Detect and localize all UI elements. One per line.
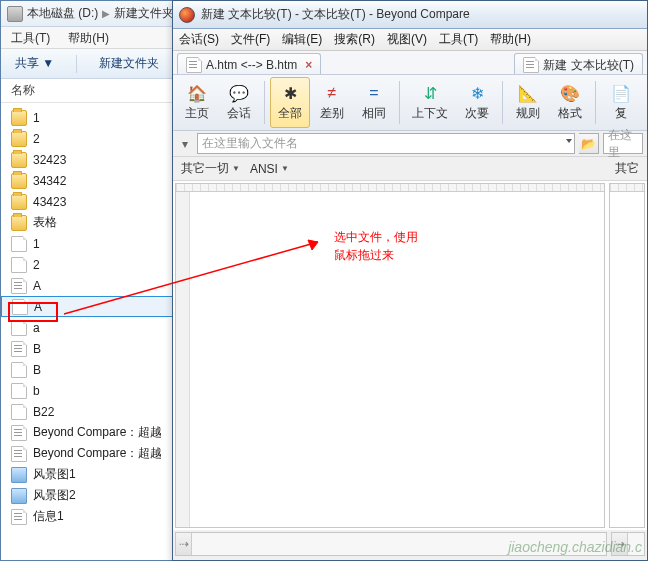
- right-path-input[interactable]: 在这里: [603, 133, 643, 154]
- toolbar-separator: [399, 81, 400, 124]
- document-icon: [186, 57, 202, 73]
- bc-tab-bar: A.htm <--> B.htm × 新建 文本比较(T): [173, 51, 647, 75]
- menu-tools[interactable]: 工具(T): [11, 30, 50, 45]
- ruler: [610, 184, 644, 192]
- collapse-icon[interactable]: ▾: [177, 136, 193, 152]
- menu-edit[interactable]: 编辑(E): [282, 31, 322, 48]
- menu-file[interactable]: 文件(F): [231, 31, 270, 48]
- ruler: [176, 184, 604, 192]
- nav-next-icon[interactable]: ⇢: [176, 533, 192, 555]
- file-name: a: [33, 321, 40, 335]
- misc-filter-left[interactable]: 其它一切▼: [181, 160, 240, 177]
- disk-icon: [7, 6, 23, 22]
- bc-toolbar: 🏠主页 💬会话 ✱全部 ≠差别 =相同 ⇵上下文 ❄次要 📐规则 🎨格式 📄复: [173, 75, 647, 131]
- home-button[interactable]: 🏠主页: [177, 77, 217, 128]
- minor-button[interactable]: ❄次要: [457, 77, 497, 128]
- file-name: b: [33, 384, 40, 398]
- file-name: 32423: [33, 153, 66, 167]
- folder-icon: [11, 152, 27, 168]
- file-icon: [11, 425, 27, 441]
- dropdown-icon[interactable]: [566, 139, 572, 143]
- status-right: ⇢: [611, 532, 645, 556]
- menu-tools[interactable]: 工具(T): [439, 31, 478, 48]
- bc-title-bar[interactable]: 新建 文本比较(T) - 文本比较(T) - Beyond Compare: [173, 1, 647, 29]
- folder-icon: [11, 215, 27, 231]
- folder-icon: [11, 110, 27, 126]
- menu-session[interactable]: 会话(S): [179, 31, 219, 48]
- context-button[interactable]: ⇵上下文: [405, 77, 455, 128]
- document-icon: [523, 57, 539, 73]
- format-icon: 🎨: [558, 83, 582, 103]
- folder-icon: [11, 173, 27, 189]
- file-name: B: [33, 342, 41, 356]
- annotation-text: 选中文件，使用 鼠标拖过来: [334, 228, 418, 264]
- browse-left-button[interactable]: 📂: [579, 133, 599, 154]
- line-gutter: [176, 192, 190, 527]
- file-icon: [11, 446, 27, 462]
- new-folder-button[interactable]: 新建文件夹: [99, 55, 159, 72]
- file-icon: [11, 509, 27, 525]
- toolbar-separator: [595, 81, 596, 124]
- tab-label: A.htm <--> B.htm: [206, 58, 297, 72]
- tab-compare-1[interactable]: A.htm <--> B.htm ×: [177, 53, 321, 74]
- same-button[interactable]: =相同: [354, 77, 394, 128]
- right-pane[interactable]: [609, 183, 645, 528]
- asterisk-icon: ✱: [278, 83, 302, 103]
- all-button[interactable]: ✱全部: [270, 77, 310, 128]
- menu-help[interactable]: 帮助(H): [68, 30, 109, 45]
- tab-compare-2[interactable]: 新建 文本比较(T): [514, 53, 643, 74]
- toolbar-separator: [502, 81, 503, 124]
- file-icon: [11, 341, 27, 357]
- menu-help[interactable]: 帮助(H): [490, 31, 531, 48]
- status-left: ⇢: [175, 532, 607, 556]
- file-name: 34342: [33, 174, 66, 188]
- nav-next-icon[interactable]: ⇢: [612, 533, 628, 555]
- file-icon: [11, 278, 27, 294]
- image-icon: [11, 488, 27, 504]
- menu-view[interactable]: 视图(V): [387, 31, 427, 48]
- beyond-compare-window: 新建 文本比较(T) - 文本比较(T) - Beyond Compare 会话…: [172, 0, 648, 561]
- copy-icon: 📄: [609, 83, 633, 103]
- file-name: B: [33, 363, 41, 377]
- diff-button[interactable]: ≠差别: [312, 77, 352, 128]
- left-path-input[interactable]: 在这里输入文件名: [197, 133, 575, 154]
- bc-path-bar: ▾ 在这里输入文件名 📂 在这里: [173, 131, 647, 157]
- bc-filter-bar: 其它一切▼ ANSI▼ 其它: [173, 157, 647, 181]
- encoding-filter[interactable]: ANSI▼: [250, 162, 289, 176]
- file-name: 43423: [33, 195, 66, 209]
- toolbar-separator: [264, 81, 265, 124]
- rules-button[interactable]: 📐规则: [508, 77, 548, 128]
- context-icon: ⇵: [418, 83, 442, 103]
- menu-search[interactable]: 搜索(R): [334, 31, 375, 48]
- file-name: Beyond Compare：超越: [33, 424, 162, 441]
- file-name: 风景图2: [33, 487, 76, 504]
- rules-icon: 📐: [516, 83, 540, 103]
- session-button[interactable]: 💬会话: [219, 77, 259, 128]
- copy-button[interactable]: 📄复: [601, 77, 641, 128]
- file-name: 2: [33, 258, 40, 272]
- file-name: Beyond Compare：超越: [33, 445, 162, 462]
- breadcrumb-folder[interactable]: 新建文件夹: [114, 5, 174, 22]
- misc-filter-right[interactable]: 其它: [615, 160, 639, 177]
- file-name: 风景图1: [33, 466, 76, 483]
- annotation-selection-box: [8, 302, 58, 322]
- image-icon: [11, 467, 27, 483]
- bc-menu-bar: 会话(S) 文件(F) 编辑(E) 搜索(R) 视图(V) 工具(T) 帮助(H…: [173, 29, 647, 51]
- format-button[interactable]: 🎨格式: [550, 77, 590, 128]
- file-icon: [11, 404, 27, 420]
- tab-close-icon[interactable]: ×: [305, 58, 312, 72]
- equal-icon: =: [362, 83, 386, 103]
- file-name: A: [33, 279, 41, 293]
- file-name: 1: [33, 111, 40, 125]
- file-name: 信息1: [33, 508, 64, 525]
- breadcrumb-separator-icon: ▶: [102, 8, 110, 19]
- share-button[interactable]: 共享 ▼: [15, 55, 54, 72]
- not-equal-icon: ≠: [320, 83, 344, 103]
- file-icon: [11, 383, 27, 399]
- toolbar-separator: [76, 55, 77, 73]
- file-icon: [11, 362, 27, 378]
- home-icon: 🏠: [185, 83, 209, 103]
- bc-logo-icon: [179, 7, 195, 23]
- bc-title-text: 新建 文本比较(T) - 文本比较(T) - Beyond Compare: [201, 6, 470, 23]
- breadcrumb-disk[interactable]: 本地磁盘 (D:): [27, 5, 98, 22]
